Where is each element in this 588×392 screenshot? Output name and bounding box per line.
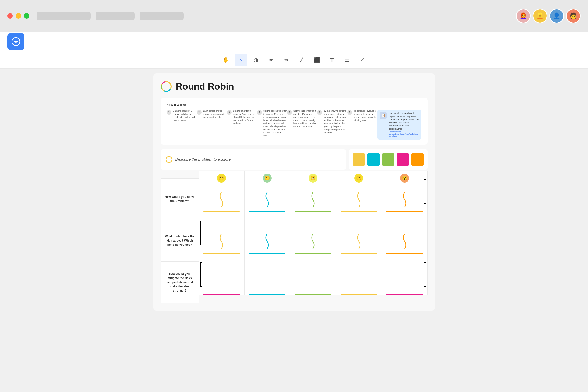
url-pill-1[interactable]	[37, 12, 91, 20]
grid-cell-4-1[interactable]: 🙂	[336, 170, 382, 212]
pen-tool-button[interactable]: ✒	[265, 54, 278, 66]
grid-cell-1-3[interactable]	[199, 254, 244, 296]
step-6: 6 By the end, the bottom row should cont…	[317, 110, 347, 134]
grid-cell-5-2[interactable]	[382, 212, 428, 254]
problem-description-box[interactable]: Describe the problem to explore.	[161, 150, 346, 170]
accent-bar-5-2	[386, 252, 423, 254]
grid-columns: 🙂	[199, 170, 428, 303]
grid-cell-2-1[interactable]: 😐	[244, 170, 290, 212]
text-tool-button[interactable]: T	[326, 54, 338, 66]
step-text-1: Gather a group of 5 people and choose a …	[173, 110, 197, 122]
bracket-right-5-3	[424, 262, 426, 287]
grid-label-empty	[161, 170, 199, 178]
user-avatar-2[interactable]: 👱	[533, 8, 547, 23]
accent-bar-2-1	[249, 211, 285, 212]
squiggle-4-1	[353, 192, 365, 207]
check-tool-button[interactable]: ✓	[356, 54, 369, 66]
grid-cell-3-2[interactable]	[290, 212, 336, 254]
grid-cell-5-3[interactable]	[382, 254, 428, 296]
accent-bar-1-2	[203, 252, 239, 254]
browser-chrome: 👩‍🦰 👱 👤 🧑	[0, 0, 588, 32]
sticky-pink	[397, 153, 409, 166]
how-it-works-section: How it works 1 Gather a group of 5 peopl…	[161, 98, 428, 144]
cta-link[interactable]: Learn more at conceptboard.com/blog/tech…	[389, 130, 419, 137]
bracket-right-5-1	[424, 179, 426, 204]
grid-cell-1-1[interactable]: 🙂	[199, 170, 244, 212]
browser-dot-close[interactable]	[7, 13, 13, 18]
cta-icon: 📋	[380, 112, 387, 119]
url-pill-2[interactable]	[95, 12, 135, 20]
step-num-2: 2	[197, 110, 202, 115]
step-text-4: Set the second timer for 3 minutes. Ever…	[263, 110, 287, 137]
char-4: 🙂	[354, 174, 363, 182]
grid-label-text-1: How would you solve the Problem?	[164, 195, 196, 203]
browser-url-bar	[37, 12, 516, 20]
squiggle-1-2	[215, 234, 227, 249]
problem-text: Describe the problem to explore.	[175, 157, 232, 162]
pencil-tool-button[interactable]: ✏	[280, 54, 293, 66]
sticky-cyan	[367, 153, 380, 166]
accent-bar-1-3	[203, 294, 239, 295]
problem-icon	[165, 156, 172, 163]
url-pill-3[interactable]	[140, 12, 184, 20]
browser-dots	[7, 13, 29, 18]
accent-bar-2-3	[249, 294, 285, 295]
steps-row: 1 Gather a group of 5 people and choose …	[166, 110, 422, 140]
step-text-6: By the end, the bottom row should contai…	[324, 110, 347, 134]
cta-text: Get the full Conceptboard experience by …	[389, 112, 419, 130]
step-num-7: 7	[347, 110, 352, 115]
browser-dot-maximize[interactable]	[24, 13, 29, 18]
sticky-yellow	[353, 153, 365, 166]
toolbar: ✋ ↖ ◑ ✒ ✏ ╱ ⬛ T ☰ ✓	[0, 52, 588, 68]
step-num-4: 4	[257, 110, 262, 115]
step-num-3: 3	[227, 110, 232, 115]
user-avatar-3[interactable]: 👤	[549, 8, 564, 23]
round-robin-icon	[161, 81, 172, 92]
grid-section: How would you solve the Problem? What co…	[161, 170, 428, 303]
app-header	[0, 32, 588, 52]
sticky-tool-button[interactable]: ☰	[341, 54, 354, 66]
grid-label-row-1: How would you solve the Problem?	[161, 178, 199, 220]
step-2: 2 Each person should choose a column and…	[197, 110, 227, 119]
squiggle-5-2	[398, 234, 411, 249]
how-it-works-title: How it works	[166, 103, 422, 106]
grid-cell-1-2[interactable]	[199, 212, 244, 254]
grid-col-4: 🙂	[336, 170, 382, 303]
accent-bar-5-3	[386, 294, 423, 295]
accent-bar-4-2	[341, 252, 377, 254]
step-3: 3 Set the timer for 3 minutes. Each pers…	[227, 110, 257, 125]
char-2: 😐	[263, 174, 272, 182]
app-logo	[7, 33, 24, 50]
hand-tool-button[interactable]: ✋	[219, 54, 232, 66]
line-tool-button[interactable]: ╱	[295, 54, 308, 66]
char-1: 🙂	[217, 174, 226, 182]
user-avatar-1[interactable]: 👩‍🦰	[516, 8, 531, 23]
grid-label-text-3: How could you mitigate the risks mapped …	[164, 272, 196, 293]
step-4: 4 Set the second timer for 3 minutes. Ev…	[257, 110, 287, 137]
board: Round Robin How it works 1 Gather a grou…	[153, 74, 435, 311]
grid-cell-5-1[interactable]: 😮	[382, 170, 428, 212]
grid-cell-2-2[interactable]	[244, 212, 290, 254]
grid-cell-3-3[interactable]	[290, 254, 336, 296]
squiggle-1-1	[215, 192, 227, 207]
user-avatar-4[interactable]: 🧑	[566, 8, 581, 23]
grid-col-5: 😮	[382, 170, 428, 303]
grid-label-row-2: What could block the idea above? Which r…	[161, 220, 199, 262]
grid-col-2: 😐	[244, 170, 290, 303]
accent-bar-4-3	[341, 294, 377, 295]
image-tool-button[interactable]: ⬛	[311, 54, 323, 66]
grid-cell-4-2[interactable]	[336, 212, 382, 254]
step-5: 5 Set the third timer for 3 minutes. Eve…	[287, 110, 317, 128]
grid-cell-3-1[interactable]: 😬	[290, 170, 336, 212]
select-tool-button[interactable]: ↖	[235, 54, 247, 66]
grid-col-3: 😬	[290, 170, 336, 303]
board-title: Round Robin	[176, 81, 234, 92]
bracket-left-1-3	[200, 262, 202, 287]
shape-tool-button[interactable]: ◑	[250, 54, 263, 66]
grid-cell-2-3[interactable]	[244, 254, 290, 296]
squiggle-4-2	[353, 234, 365, 249]
browser-dot-minimize[interactable]	[16, 13, 21, 18]
step-text-7: To conclude, everyone should vote to get…	[354, 110, 377, 122]
accent-bar-5-1	[386, 211, 423, 212]
grid-cell-4-3[interactable]	[336, 254, 382, 296]
